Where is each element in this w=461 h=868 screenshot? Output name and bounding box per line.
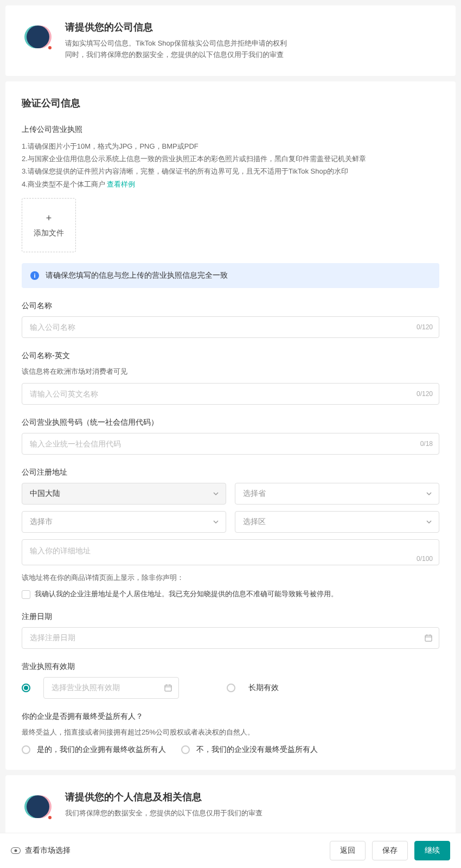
verify-company-card: 验证公司信息 上传公司营业执照 1.请确保图片小于10M，格式为JPG，PNG，…	[5, 81, 456, 770]
add-file-label: 添加文件	[34, 228, 64, 238]
view-market-link[interactable]: 查看市场选择	[11, 846, 71, 856]
svg-rect-4	[165, 685, 171, 691]
profile-illustration-icon	[22, 21, 54, 53]
license-no-label: 公司营业执照号码（统一社会信用代码）	[22, 418, 439, 427]
chevron-down-icon	[426, 519, 432, 525]
country-value: 中国大陆	[30, 489, 60, 499]
continue-button[interactable]: 继续	[414, 841, 450, 860]
company-name-label: 公司名称	[22, 301, 439, 311]
district-select[interactable]: 选择区	[235, 511, 439, 533]
instruction-2: 2.与国家企业信用信息公示系统上信息一致的营业执照正本的彩色照片或扫描件，黑白复…	[22, 152, 439, 165]
personal-info-header-card: 请提供您的个人信息及相关信息 我们将保障您的数据安全，您提供的以下信息仅用于我们…	[5, 775, 456, 838]
instruction-3: 3.请确保您提供的证件照片内容清晰，完整，确保证书的所有边界可见，且无不适用于T…	[22, 165, 439, 177]
company-name-counter: 0/120	[417, 323, 433, 331]
reg-date-label: 注册日期	[22, 612, 439, 622]
company-en-sublabel: 该信息将在欧洲市场对消费者可见	[22, 366, 439, 378]
view-example-link[interactable]: 查看样例	[107, 180, 135, 188]
add-file-upload[interactable]: + 添加文件	[22, 198, 76, 252]
address-note: 该地址将在你的商品详情页面上显示，除非你声明：	[22, 572, 439, 584]
company-info-header-card: 请提供您的公司信息 请如实填写公司信息。TikTok Shop保留核实公司信息并…	[5, 5, 456, 76]
calendar-icon	[425, 634, 432, 642]
validity-long-label: 长期有效	[248, 683, 279, 693]
header-subtitle-2: 同时，我们将保障您的数据安全，您提供的以下信息仅用于我们的审查	[65, 49, 287, 61]
owner-yes-label: 是的，我们的企业拥有最终收益所有人	[37, 745, 166, 755]
company-en-input[interactable]	[22, 383, 439, 405]
reg-date-input[interactable]: 选择注册日期	[22, 627, 439, 649]
section-title: 验证公司信息	[22, 97, 439, 110]
validity-label: 营业执照有效期	[22, 662, 439, 672]
info-alert: i 请确保您填写的信息与您上传的营业执照信息完全一致	[22, 263, 439, 288]
upload-instructions: 1.请确保图片小于10M，格式为JPG，PNG，BMP或PDF 2.与国家企业信…	[22, 140, 439, 191]
company-en-counter: 0/120	[417, 390, 433, 398]
view-market-label: 查看市场选择	[25, 846, 71, 856]
address-label: 公司注册地址	[22, 468, 439, 477]
license-no-counter: 0/18	[420, 440, 433, 448]
header-title: 请提供您的公司信息	[65, 21, 287, 34]
owner-label: 你的企业是否拥有最终受益所有人？	[22, 712, 439, 722]
eye-icon	[11, 847, 21, 854]
alert-text: 请确保您填写的信息与您上传的营业执照信息完全一致	[46, 271, 228, 280]
calendar-icon	[164, 684, 172, 692]
owner-no-radio[interactable]	[181, 745, 190, 754]
province-placeholder: 选择省	[243, 489, 266, 499]
back-button[interactable]: 返回	[330, 841, 366, 860]
validity-date-radio[interactable]	[22, 684, 30, 692]
company-en-label: 公司名称-英文	[22, 351, 439, 361]
instruction-1: 1.请确保图片小于10M，格式为JPG，PNG，BMP或PDF	[22, 140, 439, 152]
plus-icon: +	[46, 213, 52, 224]
owner-no-label: 不，我们的企业没有最终受益所有人	[196, 745, 318, 755]
upload-license-label: 上传公司营业执照	[22, 125, 439, 135]
company-name-input[interactable]	[22, 316, 439, 338]
country-select[interactable]: 中国大陆	[22, 483, 226, 505]
save-button[interactable]: 保存	[372, 841, 408, 860]
footer-bar: 查看市场选择 返回 保存 继续	[0, 833, 461, 868]
profile-illustration-icon	[22, 790, 54, 823]
detail-address-input[interactable]	[22, 539, 439, 565]
province-select[interactable]: 选择省	[235, 483, 439, 505]
chevron-down-icon	[213, 490, 219, 497]
instruction-4: 4.商业类型不是个体工商户 查看样例	[22, 178, 439, 190]
chevron-down-icon	[213, 519, 219, 525]
owner-yes-radio[interactable]	[22, 745, 30, 754]
validity-date-placeholder: 选择营业执照有效期	[52, 683, 120, 693]
validity-date-input[interactable]: 选择营业执照有效期	[43, 677, 179, 699]
detail-address-counter: 0/100	[417, 555, 433, 563]
header2-title: 请提供您的个人信息及相关信息	[65, 790, 262, 803]
validity-long-radio[interactable]	[227, 684, 235, 692]
city-select[interactable]: 选择市	[22, 511, 226, 533]
info-icon: i	[30, 271, 39, 280]
district-placeholder: 选择区	[243, 517, 266, 527]
header-subtitle-1: 请如实填写公司信息。TikTok Shop保留核实公司信息并拒绝申请的权利	[65, 38, 287, 49]
city-placeholder: 选择市	[30, 517, 53, 527]
owner-sublabel: 最终受益人，指直接或者间接拥有超过25%公司股权或者表决权的自然人。	[22, 727, 439, 738]
residential-address-checkbox[interactable]	[22, 590, 30, 599]
residential-address-label: 我确认我的企业注册地址是个人居住地址。我已充分知晓提供的信息不准确可能导致账号被…	[35, 589, 338, 599]
svg-rect-0	[425, 635, 432, 641]
reg-date-placeholder: 选择注册日期	[30, 633, 75, 643]
chevron-down-icon	[426, 490, 432, 497]
license-no-input[interactable]	[22, 433, 439, 455]
header2-subtitle: 我们将保障您的数据安全，您提供的以下信息仅用于我们的审查	[65, 808, 262, 819]
